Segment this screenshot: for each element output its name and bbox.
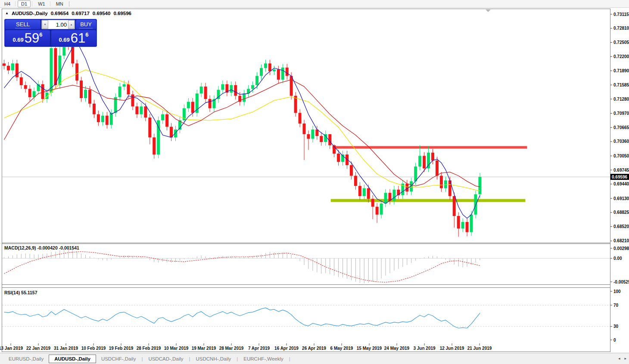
chart-borders xyxy=(2,9,610,352)
buy-button[interactable]: BUY xyxy=(76,20,96,29)
rsi-label: RSI(14) 55.1157 xyxy=(4,290,37,295)
collapse-panel-icon[interactable]: ▲ xyxy=(5,11,9,15)
svg-text:0.71890: 0.71890 xyxy=(613,68,629,73)
symbol-label: AUDUSD-,Daily xyxy=(12,11,48,16)
svg-text:0.71280: 0.71280 xyxy=(613,97,629,102)
macd-label: MACD(12,26,9) -0.000420 -0.001541 xyxy=(4,245,79,250)
svg-text:0.68210: 0.68210 xyxy=(613,238,629,243)
chart-title-line: ▲ AUDUSD-,Daily 0.69654 0.69717 0.69540 … xyxy=(5,11,131,16)
sell-price-sup: 6 xyxy=(39,31,42,38)
svg-text:0.002984: 0.002984 xyxy=(613,246,629,251)
svg-text:0.71585: 0.71585 xyxy=(613,83,629,87)
spin-down-icon: ▾ xyxy=(44,23,46,26)
svg-text:0.70665: 0.70665 xyxy=(613,125,629,130)
svg-text:24 May 2019: 24 May 2019 xyxy=(384,346,410,351)
price-scale[interactable]: 0.731150.728100.725050.722000.718900.715… xyxy=(610,12,629,244)
ohlc-close: 0.69596 xyxy=(113,11,131,16)
svg-text:0.68825: 0.68825 xyxy=(613,210,629,215)
volume-decrease-button[interactable]: ▾ xyxy=(42,20,48,29)
spin-up-icon: ▴ xyxy=(71,23,72,26)
svg-text:10 Mar 2019: 10 Mar 2019 xyxy=(164,346,189,351)
chart-canvas[interactable]: 0.731150.728100.725050.722000.718900.715… xyxy=(0,0,629,364)
svg-text:0.68520: 0.68520 xyxy=(613,224,629,229)
buy-price-button[interactable]: 0.69 61 6 xyxy=(51,30,96,46)
svg-text:-0.005256: -0.005256 xyxy=(613,280,629,284)
svg-text:31 Jan 2019: 31 Jan 2019 xyxy=(54,346,78,351)
svg-text:6 May 2019: 6 May 2019 xyxy=(330,346,353,351)
svg-text:0.69745: 0.69745 xyxy=(613,168,629,173)
svg-text:0.69130: 0.69130 xyxy=(613,196,629,201)
svg-text:0: 0 xyxy=(613,338,616,342)
svg-text:0.72505: 0.72505 xyxy=(613,40,629,45)
svg-text:0.72200: 0.72200 xyxy=(613,54,629,59)
svg-text:0.73115: 0.73115 xyxy=(613,12,629,17)
svg-text:26 Apr 2019: 26 Apr 2019 xyxy=(302,346,326,351)
svg-text:19 Feb 2019: 19 Feb 2019 xyxy=(109,346,134,351)
svg-text:12 Jun 2019: 12 Jun 2019 xyxy=(440,346,464,351)
svg-text:100: 100 xyxy=(613,289,621,294)
svg-text:13 Jan 2019: 13 Jan 2019 xyxy=(0,346,23,351)
svg-text:0.70050: 0.70050 xyxy=(613,154,629,158)
sell-button-label: SELL xyxy=(15,21,31,28)
ohlc-low: 0.69540 xyxy=(93,11,111,16)
volume-increase-button[interactable]: ▴ xyxy=(68,20,75,29)
buy-price-base: 0.69 xyxy=(59,37,69,43)
svg-text:30: 30 xyxy=(613,324,619,329)
buy-price-sup: 6 xyxy=(85,31,88,38)
svg-text:0.00: 0.00 xyxy=(613,256,622,261)
current-price-badge: 0.69596 xyxy=(612,175,628,179)
svg-text:0.69440: 0.69440 xyxy=(613,182,629,186)
svg-text:0.72810: 0.72810 xyxy=(613,26,629,31)
svg-text:28 Feb 2019: 28 Feb 2019 xyxy=(137,346,161,351)
svg-text:28 Mar 2019: 28 Mar 2019 xyxy=(219,346,244,351)
sell-price-button[interactable]: 0.69 59 6 xyxy=(5,30,50,46)
svg-text:19 Mar 2019: 19 Mar 2019 xyxy=(192,346,216,351)
svg-text:16 Apr 2019: 16 Apr 2019 xyxy=(274,346,299,351)
volume-input[interactable] xyxy=(48,20,68,29)
ohlc-open: 0.69654 xyxy=(51,11,69,16)
svg-text:7 Apr 2019: 7 Apr 2019 xyxy=(248,346,270,351)
svg-text:0.70360: 0.70360 xyxy=(613,139,629,144)
one-click-trade-panel: SELL ▾ ▴ BUY 0.69 59 6 0.69 61 6 xyxy=(4,19,97,47)
sell-button[interactable]: SELL xyxy=(5,20,40,29)
svg-text:3 Jun 2019: 3 Jun 2019 xyxy=(413,346,436,351)
svg-text:0.70970: 0.70970 xyxy=(613,111,629,116)
buy-button-label: BUY xyxy=(79,21,93,28)
sell-price-base: 0.69 xyxy=(12,37,23,43)
ohlc-high: 0.69717 xyxy=(72,11,90,16)
svg-text:21 Jun 2019: 21 Jun 2019 xyxy=(467,346,492,351)
svg-text:10 Feb 2019: 10 Feb 2019 xyxy=(81,346,106,351)
svg-text:70: 70 xyxy=(613,303,619,308)
svg-text:15 May 2019: 15 May 2019 xyxy=(357,346,382,351)
svg-text:22 Jan 2019: 22 Jan 2019 xyxy=(26,346,51,351)
sell-price-big: 59 xyxy=(25,31,39,45)
buy-price-big: 61 xyxy=(71,31,85,45)
volume-spinner: ▾ ▴ xyxy=(41,20,75,29)
